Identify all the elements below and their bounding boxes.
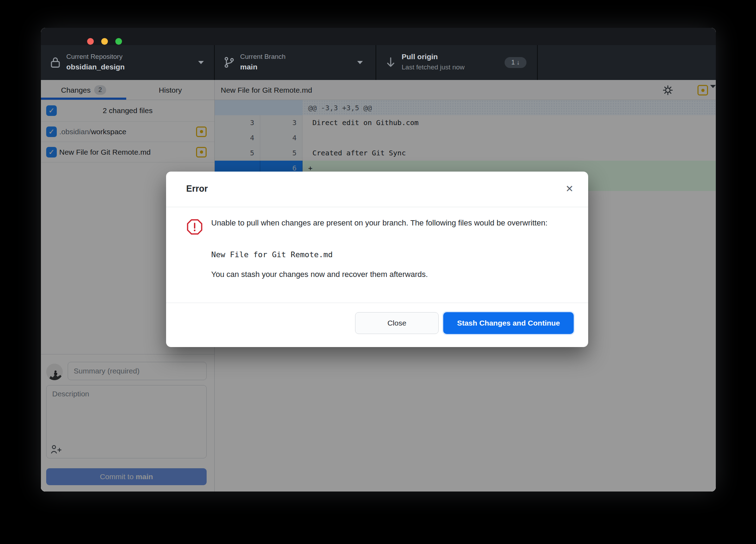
zoom-window-button[interactable] <box>115 38 122 45</box>
current-branch-dropdown[interactable]: Current Branch main <box>215 45 376 80</box>
behind-count-badge: 1 ↓ <box>505 57 526 68</box>
chevron-down-icon <box>198 61 204 64</box>
error-dialog: Error ✕ Unable to pull when changes are … <box>166 172 588 347</box>
dialog-footer: Close Stash Changes and Continue <box>166 303 588 347</box>
dialog-title: Error <box>186 184 208 194</box>
dialog-body: Unable to pull when changes are present … <box>166 207 588 303</box>
error-file-name: New File for Git Remote.md <box>211 250 333 259</box>
repository-name: obsidian_design <box>66 62 193 72</box>
screenshot-stage: Current Repository obsidian_design Curre… <box>0 0 756 544</box>
arrow-down-icon <box>384 56 397 69</box>
lock-icon <box>49 56 62 69</box>
git-branch-icon <box>222 56 236 69</box>
branch-label: Current Branch <box>240 51 354 62</box>
close-button[interactable]: Close <box>355 312 439 334</box>
pull-origin-subtitle: Last fetched just now <box>402 62 516 73</box>
close-icon[interactable]: ✕ <box>563 183 575 195</box>
dialog-header: Error ✕ <box>166 172 588 207</box>
stash-and-continue-button[interactable]: Stash Changes and Continue <box>443 312 574 334</box>
error-message: Unable to pull when changes are present … <box>211 216 560 229</box>
close-window-button[interactable] <box>87 38 94 45</box>
branch-name: main <box>240 62 354 72</box>
app-content: Changes 2 History ✓ 2 changed files ✓ .o… <box>41 80 716 492</box>
titlebar <box>41 28 716 45</box>
toolbar: Current Repository obsidian_design Curre… <box>41 45 716 80</box>
repository-label: Current Repository <box>66 51 193 62</box>
pull-origin-title: Pull origin <box>402 51 516 62</box>
error-hint: You can stash your changes now and recov… <box>211 270 428 279</box>
app-window: Current Repository obsidian_design Curre… <box>41 28 716 492</box>
minimize-window-button[interactable] <box>101 38 108 45</box>
arrow-down-icon: ↓ <box>517 59 520 66</box>
chevron-down-icon <box>357 61 363 64</box>
pull-origin-button[interactable]: Pull origin Last fetched just now 1 ↓ <box>376 45 538 80</box>
error-stop-icon <box>186 218 203 235</box>
current-repository-dropdown[interactable]: Current Repository obsidian_design <box>41 45 215 80</box>
